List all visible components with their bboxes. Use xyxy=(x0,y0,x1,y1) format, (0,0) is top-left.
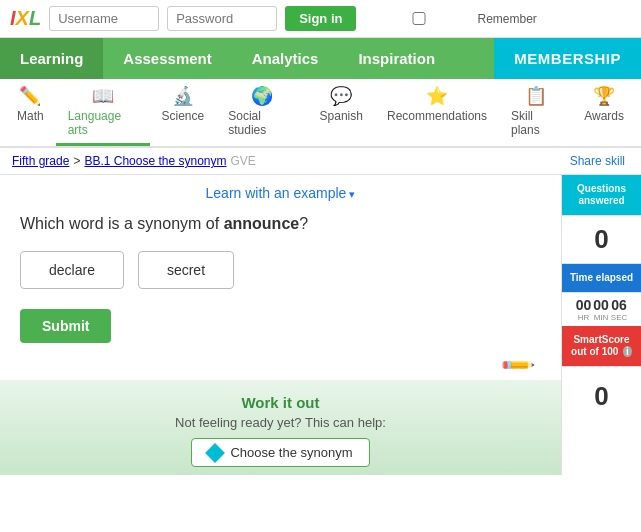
recommendations-icon: ⭐ xyxy=(426,85,448,107)
sidebar: Questions answered 0 Time elapsed 00 HR … xyxy=(561,175,641,475)
time-elapsed-label: Time elapsed xyxy=(566,272,637,284)
breadcrumb-separator: > xyxy=(73,154,80,168)
work-it-out-title: Work it out xyxy=(10,394,551,411)
nav-membership[interactable]: MEMBERSHIP xyxy=(494,38,641,79)
tab-awards[interactable]: 🏆 Awards xyxy=(572,79,636,146)
questions-answered-label: Questions answered xyxy=(566,183,637,207)
submit-button[interactable]: Submit xyxy=(20,309,111,343)
tab-recommendations[interactable]: ⭐ Recommendations xyxy=(375,79,499,146)
time-sec-label: SEC xyxy=(611,313,627,322)
question-before: Which word is a synonym of xyxy=(20,215,224,232)
nav-inspiration[interactable]: Inspiration xyxy=(338,38,455,79)
signin-button[interactable]: Sign in xyxy=(285,6,356,31)
question-text: Which word is a synonym of announce? xyxy=(20,215,541,233)
nav-assessment[interactable]: Assessment xyxy=(103,38,231,79)
work-it-out-subtitle: Not feeling ready yet? This can help: xyxy=(10,415,551,430)
helper-box[interactable]: Choose the synonym xyxy=(191,438,369,467)
math-icon: ✏️ xyxy=(19,85,41,107)
helper-label: Choose the synonym xyxy=(230,445,352,460)
time-display: 00 HR 00 MIN 06 SEC xyxy=(562,293,641,326)
smart-score-section: SmartScore out of 100 i xyxy=(562,326,641,367)
nav-learning[interactable]: Learning xyxy=(0,38,103,79)
work-it-out: Work it out Not feeling ready yet? This … xyxy=(0,380,561,475)
top-bar: IXL Sign in Remember xyxy=(0,0,641,38)
question-word: announce xyxy=(224,215,300,232)
breadcrumb-skill[interactable]: BB.1 Choose the synonym xyxy=(84,154,226,168)
main-content: Learn with an example Which word is a sy… xyxy=(0,175,641,475)
logo-l: L xyxy=(29,7,41,29)
time-hr-label: HR xyxy=(578,313,590,322)
time-min-unit: 00 MIN xyxy=(593,297,609,322)
questions-answered-value: 0 xyxy=(562,224,641,255)
nav-analytics[interactable]: Analytics xyxy=(232,38,339,79)
diamond-icon xyxy=(206,443,226,463)
spanish-icon: 💬 xyxy=(330,85,352,107)
time-sec-value: 06 xyxy=(611,297,627,313)
time-min-label: MIN xyxy=(594,313,609,322)
breadcrumb-grade[interactable]: Fifth grade xyxy=(12,154,69,168)
subject-tabs: ✏️ Math 📖 Language arts 🔬 Science 🌍 Soci… xyxy=(0,79,641,148)
answer-options: declare secret xyxy=(20,251,541,289)
answer-secret[interactable]: secret xyxy=(138,251,234,289)
answer-declare[interactable]: declare xyxy=(20,251,124,289)
science-icon: 🔬 xyxy=(172,85,194,107)
learn-example-link[interactable]: Learn with an example xyxy=(206,185,356,201)
time-sec-unit: 06 SEC xyxy=(611,297,627,322)
question-after: ? xyxy=(299,215,308,232)
time-hr-value: 00 xyxy=(576,297,592,313)
smart-score-value: 0 xyxy=(562,375,641,418)
time-min-value: 00 xyxy=(593,297,609,313)
time-hr-unit: 00 HR xyxy=(576,297,592,322)
username-input[interactable] xyxy=(49,6,159,31)
tab-math[interactable]: ✏️ Math xyxy=(5,79,56,146)
social-studies-icon: 🌍 xyxy=(251,85,273,107)
logo-x: X xyxy=(16,7,29,29)
questions-answered-section: Questions answered xyxy=(562,175,641,216)
time-elapsed-section: Time elapsed xyxy=(562,264,641,293)
password-input[interactable] xyxy=(167,6,277,31)
remember-checkbox[interactable] xyxy=(364,12,474,25)
share-skill-button[interactable]: Share skill xyxy=(570,154,625,168)
skill-plans-icon: 📋 xyxy=(525,85,547,107)
pencil-area: ✏️ xyxy=(20,353,541,379)
awards-icon: 🏆 xyxy=(593,85,615,107)
language-arts-icon: 📖 xyxy=(92,85,114,107)
breadcrumb: Fifth grade > BB.1 Choose the synonym GV… xyxy=(0,148,641,175)
smart-score-label: SmartScore out of 100 i xyxy=(566,334,637,358)
tab-spanish[interactable]: 💬 Spanish xyxy=(308,79,375,146)
logo: IXL xyxy=(10,7,41,30)
tab-science[interactable]: 🔬 Science xyxy=(150,79,217,146)
info-icon: i xyxy=(623,346,632,357)
learn-example: Learn with an example xyxy=(20,185,541,201)
breadcrumb-code: GVE xyxy=(230,154,255,168)
tab-language-arts[interactable]: 📖 Language arts xyxy=(56,79,150,146)
nav-bar: Learning Assessment Analytics Inspiratio… xyxy=(0,38,641,79)
remember-label[interactable]: Remember xyxy=(364,12,536,26)
tab-skill-plans[interactable]: 📋 Skill plans xyxy=(499,79,572,146)
question-area: Learn with an example Which word is a sy… xyxy=(0,175,561,475)
tab-social-studies[interactable]: 🌍 Social studies xyxy=(216,79,307,146)
